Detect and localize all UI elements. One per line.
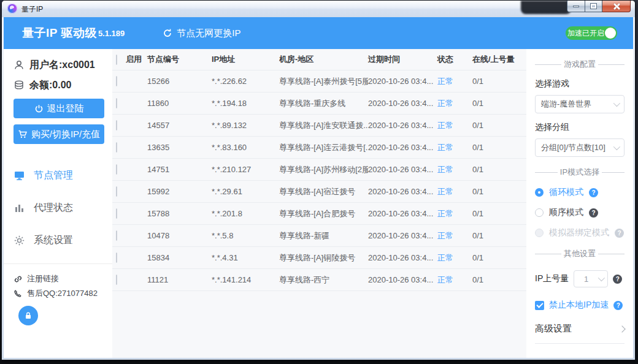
room-region-cell: 尊享线路-[A]合肥拨号	[279, 208, 368, 219]
room-region-cell: 尊享线路-新疆	[279, 230, 368, 241]
toggle-label: 加速已开启	[566, 28, 605, 39]
sidebar-item-system-settings[interactable]: 系统设置	[13, 231, 112, 249]
row-checkbox[interactable]	[116, 275, 117, 285]
row-checkbox[interactable]	[116, 164, 117, 175]
select-group-label: 选择分组	[535, 122, 625, 133]
register-link[interactable]: 注册链接	[13, 271, 112, 286]
row-checkbox[interactable]	[116, 76, 117, 86]
chevron-down-icon	[613, 100, 620, 107]
sidebar-item-label: 系统设置	[34, 234, 73, 247]
node-id-cell: 11860	[147, 99, 212, 108]
expire-cell: 2020-10-26 03:4...	[368, 231, 437, 240]
window-title: 量子IP	[21, 4, 43, 15]
room-region-cell: 尊享线路-[A]连云港拨号[...	[279, 142, 368, 153]
ip-count-row: IP上号量 1	[535, 270, 625, 287]
minimize-icon	[573, 6, 579, 7]
maximize-icon	[591, 4, 596, 9]
close-icon	[613, 2, 620, 10]
ip-count-select[interactable]: 1	[574, 270, 608, 287]
radio-sequence-mode[interactable]: 顺序模式	[535, 207, 625, 218]
status-cell: 正常	[437, 76, 472, 87]
table-row[interactable]: 15788 *.*.201.8 尊享线路-[A]合肥拨号 2020-10-26 …	[112, 203, 526, 225]
maximize-button[interactable]	[585, 1, 602, 12]
node-id-cell: 15266	[147, 77, 212, 86]
node-id-cell: 15992	[147, 187, 212, 196]
online-cell: 0/1	[472, 231, 526, 240]
online-cell: 0/1	[472, 77, 526, 86]
sidebar-item-node-management[interactable]: 节点管理	[13, 166, 112, 184]
support-label: 售后QQ:271077482	[27, 288, 98, 299]
table-row[interactable]: 11860 *.*.194.18 尊享线路-重庆多线 2020-10-26 03…	[112, 93, 526, 115]
help-icon[interactable]	[613, 301, 623, 310]
minimize-button[interactable]	[567, 1, 585, 12]
online-cell: 0/1	[472, 187, 526, 196]
sidebar-menu: 节点管理 代理状态	[13, 166, 112, 249]
online-cell: 0/1	[472, 143, 526, 152]
acceleration-toggle[interactable]: 加速已开启	[566, 26, 617, 40]
section-divider-ipmode: IP模式选择	[535, 167, 625, 178]
help-icon[interactable]	[589, 188, 598, 197]
game-select[interactable]: 端游-魔兽世界	[535, 95, 625, 113]
table-row[interactable]: 15266 *.*.226.62 尊享线路-[A]泰州拨号[5服] 2020-1…	[112, 70, 526, 93]
disable-local-ip-checkbox[interactable]: 禁止本地IP加速	[535, 300, 625, 311]
power-icon	[34, 104, 44, 113]
radio-emulator-bind-mode: 模拟器绑定模式	[535, 227, 625, 238]
online-cell: 0/1	[472, 253, 526, 262]
bar-chart-icon	[13, 202, 25, 214]
row-checkbox[interactable]	[116, 252, 117, 263]
sidebar-footer: 注册链接 售后QQ:271077482	[4, 264, 112, 325]
titlebar: 量子IP	[2, 1, 635, 17]
row-checkbox[interactable]	[116, 230, 117, 241]
sidebar-item-proxy-status[interactable]: 代理状态	[13, 199, 112, 217]
table-row[interactable]: 14751 *.*.210.127 尊享线路-[A]苏州移动[2服] 2020-…	[112, 159, 526, 181]
help-icon[interactable]	[613, 275, 622, 284]
checkbox-checked-icon	[535, 301, 544, 310]
register-label: 注册链接	[27, 273, 59, 284]
phone-icon	[13, 289, 23, 298]
row-checkbox[interactable]	[116, 120, 117, 131]
radio-loop-mode[interactable]: 循环模式	[535, 187, 625, 198]
node-id-cell: 13635	[147, 143, 212, 152]
ip-count-value: 1	[574, 275, 598, 284]
help-icon[interactable]	[589, 208, 598, 218]
logout-button[interactable]: 退出登陆	[13, 99, 104, 118]
online-cell: 0/1	[472, 121, 526, 130]
column-header-room: 机房-地区	[279, 54, 368, 65]
select-all-checkbox[interactable]	[116, 55, 117, 65]
close-button[interactable]	[602, 1, 631, 12]
lock-button[interactable]	[18, 306, 38, 325]
group-select[interactable]: 分组[0]/节点数[10]	[535, 138, 625, 157]
row-checkbox[interactable]	[116, 142, 117, 153]
table-row[interactable]: 10478 *.*.5.8 尊享线路-新疆 2020-10-26 03:4...…	[112, 225, 526, 247]
node-id-cell: 10478	[147, 231, 212, 240]
table-row[interactable]: 11121 *.*.141.214 尊享线路-西宁 2020-10-26 03:…	[112, 269, 526, 291]
advanced-settings-row[interactable]: 高级设置	[535, 323, 625, 344]
column-header-expire: 过期时间	[368, 54, 437, 65]
expire-cell: 2020-10-26 03:4...	[368, 143, 437, 152]
ip-cell: *.*.29.61	[212, 187, 279, 196]
toggle-knob	[605, 28, 616, 39]
table-row[interactable]: 15834 *.*.4.31 尊享线路-[A]铜陵拨号 2020-10-26 0…	[112, 247, 526, 269]
room-region-cell: 尊享线路-[A]苏州移动[2服]	[279, 164, 368, 175]
buy-switch-recharge-button[interactable]: 购买/切换IP/充值	[13, 124, 104, 144]
chevron-down-icon	[613, 143, 620, 150]
status-cell: 正常	[437, 275, 472, 286]
status-cell: 正常	[437, 208, 472, 219]
status-cell: 正常	[437, 164, 472, 175]
buy-label: 购买/切换IP/充值	[31, 129, 101, 140]
radio-unchecked-icon	[535, 208, 544, 217]
section-divider-other: 其他设置	[535, 248, 625, 259]
balance-label: 余额:0.00	[29, 79, 71, 92]
sidebar-item-label: 代理状态	[34, 202, 73, 214]
table-row[interactable]: 13635 *.*.83.160 尊享线路-[A]连云港拨号[... 2020-…	[112, 137, 526, 159]
refresh-ip-action[interactable]: 节点无网更换IP	[163, 28, 240, 39]
table-row[interactable]: 15992 *.*.29.61 尊享线路-[A]宿迁拨号 2020-10-26 …	[112, 181, 526, 203]
row-checkbox[interactable]	[116, 98, 117, 108]
column-header-enable: 启用	[126, 54, 147, 65]
expire-cell: 2020-10-26 03:4...	[368, 275, 437, 284]
sidebar: 用户名:xc0001 余额:0.00	[4, 49, 112, 358]
username-label: 用户名:xc0001	[29, 59, 95, 72]
row-checkbox[interactable]	[116, 186, 117, 197]
row-checkbox[interactable]	[116, 208, 117, 219]
table-row[interactable]: 14557 *.*.89.132 尊享线路-[A]淮安联通拨... 2020-1…	[112, 115, 526, 137]
